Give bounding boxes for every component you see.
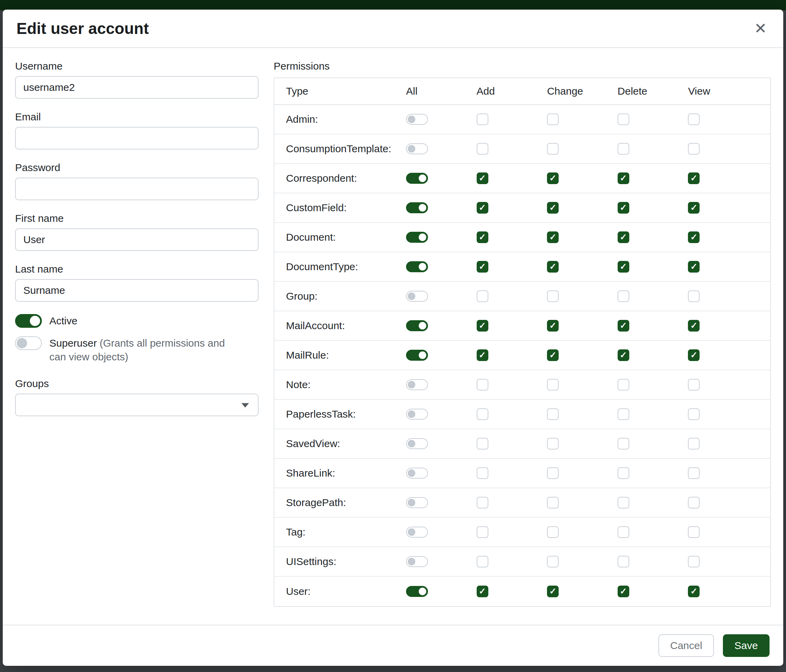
permission-delete-checkbox[interactable]	[618, 113, 629, 125]
permission-view-checkbox[interactable]	[688, 143, 700, 155]
password-field[interactable]	[15, 177, 259, 200]
permission-view-checkbox[interactable]: ✓	[688, 320, 700, 331]
permission-change-checkbox[interactable]	[547, 408, 559, 420]
permission-change-checkbox[interactable]: ✓	[547, 231, 559, 243]
permission-delete-checkbox[interactable]: ✓	[618, 231, 629, 243]
permission-all-toggle[interactable]	[406, 320, 428, 331]
permission-delete-checkbox[interactable]	[618, 408, 629, 420]
permission-all-toggle[interactable]	[406, 409, 428, 420]
permission-change-checkbox[interactable]: ✓	[547, 586, 559, 597]
permission-delete-checkbox[interactable]	[618, 438, 629, 449]
permission-all-toggle[interactable]	[406, 438, 428, 449]
permission-all-toggle[interactable]	[406, 379, 428, 390]
permission-all-toggle[interactable]	[406, 232, 428, 243]
permission-delete-checkbox[interactable]: ✓	[618, 173, 629, 184]
permission-add-checkbox[interactable]: ✓	[477, 173, 488, 184]
permission-all-toggle[interactable]	[406, 497, 428, 508]
permission-change-checkbox[interactable]	[547, 556, 559, 567]
permission-delete-checkbox[interactable]	[618, 526, 629, 538]
active-toggle[interactable]	[15, 314, 42, 328]
permission-all-toggle[interactable]	[406, 291, 428, 302]
permission-change-checkbox[interactable]: ✓	[547, 349, 559, 361]
permission-add-checkbox[interactable]	[477, 497, 488, 509]
permission-add-checkbox[interactable]	[477, 526, 488, 538]
permission-add-checkbox[interactable]	[477, 379, 488, 391]
last-name-field[interactable]	[15, 279, 259, 302]
permission-change-checkbox[interactable]: ✓	[547, 261, 559, 273]
permission-all-toggle[interactable]	[406, 202, 428, 213]
permission-change-checkbox[interactable]	[547, 113, 559, 125]
permission-add-checkbox[interactable]	[477, 143, 488, 155]
permission-delete-checkbox[interactable]: ✓	[618, 349, 629, 361]
permission-delete-checkbox[interactable]	[618, 379, 629, 391]
permission-all-toggle[interactable]	[406, 350, 428, 361]
permission-add-checkbox[interactable]	[477, 438, 488, 449]
permission-view-checkbox[interactable]: ✓	[688, 261, 700, 273]
permission-delete-checkbox[interactable]: ✓	[618, 320, 629, 331]
permission-change-checkbox[interactable]	[547, 290, 559, 302]
permission-change-checkbox[interactable]	[547, 497, 559, 509]
permission-add-checkbox[interactable]: ✓	[477, 202, 488, 214]
permission-view-checkbox[interactable]	[688, 467, 700, 479]
permission-view-checkbox[interactable]	[688, 556, 700, 567]
permission-add-checkbox[interactable]: ✓	[477, 349, 488, 361]
permission-view-checkbox[interactable]	[688, 379, 700, 391]
permission-delete-checkbox[interactable]	[618, 143, 629, 155]
permission-view-checkbox[interactable]	[688, 497, 700, 509]
save-button[interactable]: Save	[723, 634, 770, 657]
permission-delete-checkbox[interactable]: ✓	[618, 202, 629, 214]
permission-all-toggle[interactable]	[406, 114, 428, 125]
permission-change-checkbox[interactable]	[547, 526, 559, 538]
permission-add-checkbox[interactable]: ✓	[477, 586, 488, 597]
permission-change-checkbox[interactable]: ✓	[547, 202, 559, 214]
permission-delete-checkbox[interactable]	[618, 497, 629, 509]
permission-change-checkbox[interactable]: ✓	[547, 320, 559, 331]
permission-view-checkbox[interactable]	[688, 408, 700, 420]
permission-view-checkbox[interactable]	[688, 113, 700, 125]
cancel-button[interactable]: Cancel	[659, 634, 714, 657]
permission-change-checkbox[interactable]	[547, 143, 559, 155]
permission-change-checkbox[interactable]	[547, 379, 559, 391]
permission-add-checkbox[interactable]: ✓	[477, 320, 488, 331]
permission-change-checkbox[interactable]	[547, 438, 559, 449]
permission-view-checkbox[interactable]: ✓	[688, 202, 700, 214]
permission-delete-checkbox[interactable]	[618, 467, 629, 479]
permission-all-toggle[interactable]	[406, 173, 428, 184]
permission-change-checkbox[interactable]	[547, 467, 559, 479]
email-field[interactable]	[15, 127, 259, 149]
permission-all-toggle[interactable]	[406, 556, 428, 567]
superuser-toggle[interactable]	[15, 336, 42, 350]
permission-all-toggle[interactable]	[406, 586, 428, 597]
permission-view-checkbox[interactable]: ✓	[688, 173, 700, 184]
permissions-table: Type All Add Change Delete View Admin:Co…	[274, 77, 771, 607]
permission-add-checkbox[interactable]: ✓	[477, 231, 488, 243]
permission-add-checkbox[interactable]: ✓	[477, 261, 488, 273]
permission-view-checkbox[interactable]: ✓	[688, 231, 700, 243]
user-form: Username Email Password First name Last …	[15, 60, 259, 612]
first-name-field[interactable]	[15, 228, 259, 251]
permission-view-checkbox[interactable]	[688, 290, 700, 302]
permission-all-toggle[interactable]	[406, 261, 428, 272]
permission-add-checkbox[interactable]	[477, 290, 488, 302]
permission-delete-checkbox[interactable]	[618, 556, 629, 567]
permission-all-toggle[interactable]	[406, 527, 428, 538]
close-icon[interactable]: ✕	[751, 20, 770, 38]
permission-add-checkbox[interactable]	[477, 556, 488, 567]
permission-add-checkbox[interactable]	[477, 408, 488, 420]
column-header-all: All	[406, 85, 417, 97]
permission-view-checkbox[interactable]	[688, 526, 700, 538]
permission-add-checkbox[interactable]	[477, 113, 488, 125]
permission-all-toggle[interactable]	[406, 143, 428, 154]
permission-add-checkbox[interactable]	[477, 467, 488, 479]
permission-delete-checkbox[interactable]: ✓	[618, 586, 629, 597]
username-input[interactable]	[15, 76, 259, 99]
permission-view-checkbox[interactable]: ✓	[688, 349, 700, 361]
permission-change-checkbox[interactable]: ✓	[547, 173, 559, 184]
permission-all-toggle[interactable]	[406, 468, 428, 479]
permission-view-checkbox[interactable]	[688, 438, 700, 449]
permission-type-label: DocumentType:	[286, 261, 358, 273]
permission-delete-checkbox[interactable]	[618, 290, 629, 302]
groups-select[interactable]	[15, 394, 259, 416]
permission-delete-checkbox[interactable]: ✓	[618, 261, 629, 273]
permission-view-checkbox[interactable]: ✓	[688, 586, 700, 597]
